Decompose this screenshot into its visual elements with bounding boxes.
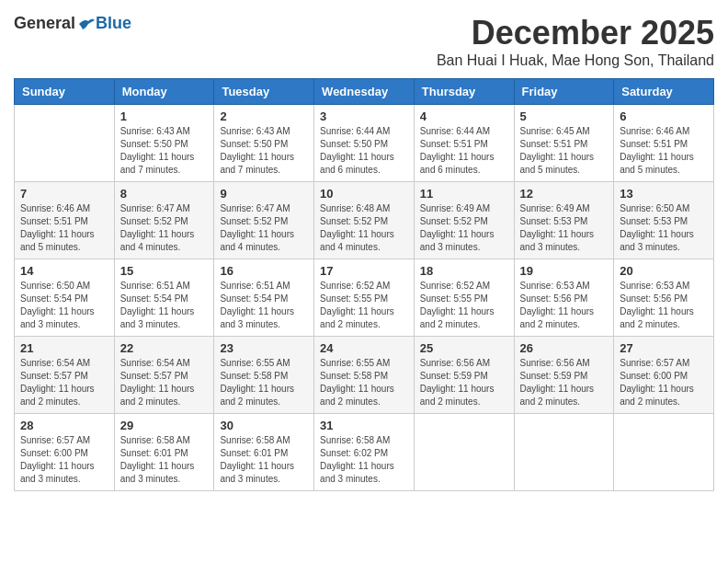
day-info: Sunrise: 6:45 AM Sunset: 5:51 PM Dayligh… (520, 125, 609, 177)
calendar-cell: 25Sunrise: 6:56 AM Sunset: 5:59 PM Dayli… (414, 337, 514, 414)
calendar-cell: 3Sunrise: 6:44 AM Sunset: 5:50 PM Daylig… (314, 105, 415, 182)
day-number: 15 (120, 264, 209, 278)
day-number: 20 (620, 264, 708, 278)
day-number: 23 (220, 341, 308, 355)
calendar-cell: 18Sunrise: 6:52 AM Sunset: 5:55 PM Dayli… (414, 259, 514, 337)
day-number: 14 (20, 264, 108, 278)
calendar-cell (15, 105, 115, 182)
calendar-cell: 4Sunrise: 6:44 AM Sunset: 5:51 PM Daylig… (414, 105, 514, 182)
day-info: Sunrise: 6:55 AM Sunset: 5:58 PM Dayligh… (320, 357, 408, 408)
calendar-cell: 23Sunrise: 6:55 AM Sunset: 5:58 PM Dayli… (214, 337, 314, 414)
day-number: 6 (620, 109, 708, 123)
day-info: Sunrise: 6:49 AM Sunset: 5:53 PM Dayligh… (520, 202, 609, 254)
day-info: Sunrise: 6:50 AM Sunset: 5:53 PM Dayligh… (620, 202, 708, 254)
week-row-3: 14Sunrise: 6:50 AM Sunset: 5:54 PM Dayli… (15, 259, 714, 337)
calendar-cell: 9Sunrise: 6:47 AM Sunset: 5:52 PM Daylig… (214, 182, 314, 259)
day-info: Sunrise: 6:52 AM Sunset: 5:55 PM Dayligh… (420, 280, 508, 331)
day-number: 29 (120, 419, 209, 432)
header-day-wednesday: Wednesday (314, 79, 415, 105)
day-info: Sunrise: 6:53 AM Sunset: 5:56 PM Dayligh… (520, 280, 609, 331)
logo: General Blue (14, 14, 131, 33)
calendar-cell: 11Sunrise: 6:49 AM Sunset: 5:52 PM Dayli… (414, 182, 514, 259)
day-info: Sunrise: 6:54 AM Sunset: 5:57 PM Dayligh… (20, 357, 108, 408)
day-info: Sunrise: 6:53 AM Sunset: 5:56 PM Dayligh… (620, 280, 708, 331)
day-info: Sunrise: 6:43 AM Sunset: 5:50 PM Dayligh… (220, 125, 308, 177)
calendar-cell: 19Sunrise: 6:53 AM Sunset: 5:56 PM Dayli… (514, 259, 614, 337)
header-day-saturday: Saturday (614, 79, 714, 105)
header-day-monday: Monday (114, 79, 214, 105)
header-day-tuesday: Tuesday (214, 79, 314, 105)
day-number: 28 (20, 419, 108, 432)
calendar-cell: 15Sunrise: 6:51 AM Sunset: 5:54 PM Dayli… (114, 259, 214, 337)
day-number: 5 (520, 109, 609, 123)
header-row: SundayMondayTuesdayWednesdayThursdayFrid… (15, 79, 714, 105)
calendar-table: SundayMondayTuesdayWednesdayThursdayFrid… (14, 78, 714, 491)
week-row-2: 7Sunrise: 6:46 AM Sunset: 5:51 PM Daylig… (15, 182, 714, 259)
calendar-header: SundayMondayTuesdayWednesdayThursdayFrid… (15, 79, 714, 105)
day-info: Sunrise: 6:52 AM Sunset: 5:55 PM Dayligh… (320, 280, 408, 331)
location-text: Ban Huai I Huak, Mae Hong Son, Thailand (437, 52, 714, 69)
logo-general-text: General (14, 14, 75, 33)
day-info: Sunrise: 6:58 AM Sunset: 6:01 PM Dayligh… (220, 434, 308, 486)
week-row-5: 28Sunrise: 6:57 AM Sunset: 6:00 PM Dayli… (15, 414, 714, 491)
calendar-cell: 17Sunrise: 6:52 AM Sunset: 5:55 PM Dayli… (314, 259, 415, 337)
calendar-cell (414, 414, 514, 491)
calendar-cell: 14Sunrise: 6:50 AM Sunset: 5:54 PM Dayli… (15, 259, 115, 337)
day-info: Sunrise: 6:55 AM Sunset: 5:58 PM Dayligh… (220, 357, 308, 408)
calendar-cell: 20Sunrise: 6:53 AM Sunset: 5:56 PM Dayli… (614, 259, 714, 337)
header-day-thursday: Thursday (414, 79, 514, 105)
day-info: Sunrise: 6:47 AM Sunset: 5:52 PM Dayligh… (120, 202, 209, 254)
calendar-cell: 22Sunrise: 6:54 AM Sunset: 5:57 PM Dayli… (114, 337, 214, 414)
day-info: Sunrise: 6:56 AM Sunset: 5:59 PM Dayligh… (520, 357, 609, 408)
day-info: Sunrise: 6:51 AM Sunset: 5:54 PM Dayligh… (120, 280, 209, 331)
day-number: 19 (520, 264, 609, 278)
day-number: 1 (120, 109, 209, 123)
day-info: Sunrise: 6:43 AM Sunset: 5:50 PM Dayligh… (120, 125, 209, 177)
day-info: Sunrise: 6:51 AM Sunset: 5:54 PM Dayligh… (220, 280, 308, 331)
day-number: 30 (220, 419, 308, 432)
calendar-cell: 31Sunrise: 6:58 AM Sunset: 6:02 PM Dayli… (314, 414, 415, 491)
day-number: 21 (20, 341, 108, 355)
day-number: 7 (20, 187, 108, 201)
day-info: Sunrise: 6:57 AM Sunset: 6:00 PM Dayligh… (620, 357, 708, 408)
header-day-sunday: Sunday (15, 79, 115, 105)
day-info: Sunrise: 6:48 AM Sunset: 5:52 PM Dayligh… (320, 202, 408, 254)
day-number: 25 (420, 341, 508, 355)
logo-bird-icon (77, 17, 96, 31)
calendar-cell: 8Sunrise: 6:47 AM Sunset: 5:52 PM Daylig… (114, 182, 214, 259)
calendar-cell: 30Sunrise: 6:58 AM Sunset: 6:01 PM Dayli… (214, 414, 314, 491)
day-number: 11 (420, 187, 508, 201)
page-header: General Blue December 2025 Ban Huai I Hu… (14, 14, 714, 69)
calendar-cell: 12Sunrise: 6:49 AM Sunset: 5:53 PM Dayli… (514, 182, 614, 259)
day-info: Sunrise: 6:56 AM Sunset: 5:59 PM Dayligh… (420, 357, 508, 408)
calendar-cell (514, 414, 614, 491)
day-info: Sunrise: 6:47 AM Sunset: 5:52 PM Dayligh… (220, 202, 308, 254)
day-number: 27 (620, 341, 708, 355)
day-number: 31 (320, 419, 408, 432)
calendar-cell: 10Sunrise: 6:48 AM Sunset: 5:52 PM Dayli… (314, 182, 415, 259)
calendar-cell: 16Sunrise: 6:51 AM Sunset: 5:54 PM Dayli… (214, 259, 314, 337)
day-number: 17 (320, 264, 408, 278)
day-info: Sunrise: 6:58 AM Sunset: 6:02 PM Dayligh… (320, 434, 408, 486)
calendar-cell: 29Sunrise: 6:58 AM Sunset: 6:01 PM Dayli… (114, 414, 214, 491)
day-number: 10 (320, 187, 408, 201)
day-number: 3 (320, 109, 408, 123)
day-info: Sunrise: 6:46 AM Sunset: 5:51 PM Dayligh… (620, 125, 708, 177)
week-row-1: 1Sunrise: 6:43 AM Sunset: 5:50 PM Daylig… (15, 105, 714, 182)
day-number: 26 (520, 341, 609, 355)
day-info: Sunrise: 6:44 AM Sunset: 5:51 PM Dayligh… (420, 125, 508, 177)
day-number: 2 (220, 109, 308, 123)
day-number: 24 (320, 341, 408, 355)
day-info: Sunrise: 6:49 AM Sunset: 5:52 PM Dayligh… (420, 202, 508, 254)
week-row-4: 21Sunrise: 6:54 AM Sunset: 5:57 PM Dayli… (15, 337, 714, 414)
day-number: 18 (420, 264, 508, 278)
day-number: 12 (520, 187, 609, 201)
header-day-friday: Friday (514, 79, 614, 105)
calendar-cell: 26Sunrise: 6:56 AM Sunset: 5:59 PM Dayli… (514, 337, 614, 414)
day-number: 4 (420, 109, 508, 123)
day-info: Sunrise: 6:57 AM Sunset: 6:00 PM Dayligh… (20, 434, 108, 486)
day-info: Sunrise: 6:54 AM Sunset: 5:57 PM Dayligh… (120, 357, 209, 408)
day-number: 9 (220, 187, 308, 201)
day-number: 16 (220, 264, 308, 278)
day-info: Sunrise: 6:50 AM Sunset: 5:54 PM Dayligh… (20, 280, 108, 331)
